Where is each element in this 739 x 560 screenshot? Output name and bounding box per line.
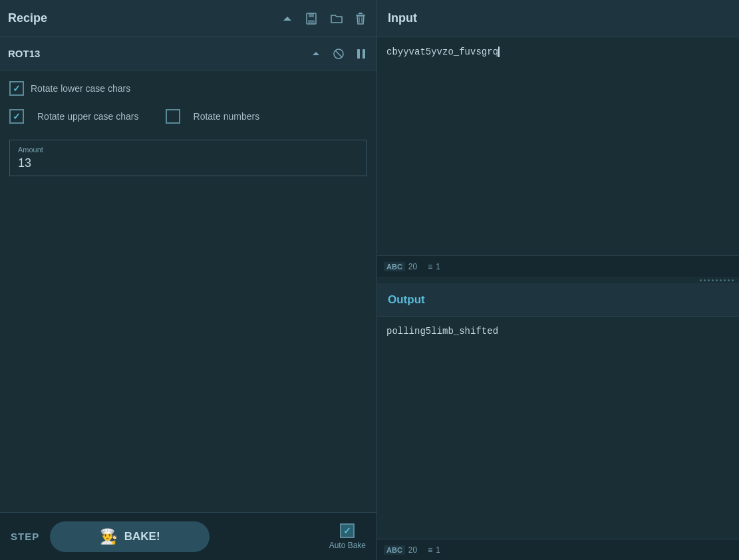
amount-label: Amount xyxy=(18,146,359,154)
input-title: Input xyxy=(388,11,417,25)
output-lines-badge: ≡ 1 xyxy=(428,545,440,555)
svg-rect-10 xyxy=(363,49,365,59)
output-section: Output polling5limb_shifted ABC 20 ≡ 1 xyxy=(377,283,739,560)
bake-button[interactable]: 👨‍🍳 BAKE! xyxy=(50,521,210,552)
input-lines-badge: ≡ 1 xyxy=(428,262,440,271)
recipe-header-icons xyxy=(279,9,369,28)
resize-dot xyxy=(732,279,734,281)
resize-dot xyxy=(728,279,730,281)
input-lines-count: 1 xyxy=(436,262,440,271)
output-text: polling5limb_shifted xyxy=(386,326,498,337)
input-text: cbyyvat5yvzo_fuvsgrq xyxy=(386,47,498,57)
input-lines-icon: ≡ xyxy=(428,262,432,271)
io-panels: Input cbyyvat5yvzo_fuvsgrq ABC 20 ≡ 1 xyxy=(377,0,739,560)
svg-rect-1 xyxy=(309,13,314,17)
rot13-title: ROT13 xyxy=(8,48,309,59)
resize-dot xyxy=(708,279,710,281)
resize-dots xyxy=(700,279,734,281)
rotate-lower-row: Rotate lower case chars xyxy=(9,81,367,96)
cursor xyxy=(498,47,505,57)
output-header: Output xyxy=(377,283,739,317)
input-abc-badge: ABC 20 xyxy=(384,262,417,271)
output-abc: ABC xyxy=(384,545,405,555)
collapse-recipe-button[interactable] xyxy=(279,11,295,27)
amount-field[interactable]: Amount 13 xyxy=(9,140,367,176)
amount-value: 13 xyxy=(18,156,359,170)
auto-bake-toggle[interactable]: Auto Bake xyxy=(329,523,366,550)
recipe-header: Recipe xyxy=(0,0,376,37)
input-header: Input xyxy=(377,0,739,37)
recipe-title: Recipe xyxy=(8,11,279,25)
output-lines-count: 1 xyxy=(436,545,440,555)
svg-rect-9 xyxy=(357,49,360,59)
output-char-count: 20 xyxy=(408,545,417,555)
resize-dot xyxy=(704,279,706,281)
input-status-bar: ABC 20 ≡ 1 xyxy=(377,255,739,277)
rotate-upper-numbers-row: Rotate upper case chars Rotate numbers xyxy=(9,109,367,124)
recipe-content: Rotate lower case chars Rotate upper cas… xyxy=(0,70,376,512)
resize-handle[interactable] xyxy=(377,277,739,283)
resize-dot xyxy=(720,279,722,281)
resize-dot xyxy=(712,279,714,281)
input-section: Input cbyyvat5yvzo_fuvsgrq ABC 20 ≡ 1 xyxy=(377,0,739,277)
resize-dot xyxy=(700,279,702,281)
rotate-lower-checkbox[interactable] xyxy=(9,81,24,96)
output-lines-icon: ≡ xyxy=(428,545,432,555)
bottom-toolbar: STEP 👨‍🍳 BAKE! Auto Bake xyxy=(0,512,376,560)
input-char-count: 20 xyxy=(408,262,417,271)
rotate-lower-label: Rotate lower case chars xyxy=(31,83,130,94)
output-title: Output xyxy=(388,293,425,307)
rotate-numbers-checkbox[interactable] xyxy=(166,109,180,124)
left-panel: Recipe xyxy=(0,0,377,560)
rotate-upper-label: Rotate upper case chars xyxy=(37,111,139,122)
auto-bake-label: Auto Bake xyxy=(329,541,366,550)
chef-icon: 👨‍🍳 xyxy=(100,528,118,545)
output-abc-badge: ABC 20 xyxy=(384,545,417,555)
output-area: polling5limb_shifted xyxy=(377,317,739,539)
input-area[interactable]: cbyyvat5yvzo_fuvsgrq xyxy=(377,37,739,255)
resize-dot xyxy=(724,279,726,281)
step-button[interactable]: STEP xyxy=(11,531,39,542)
open-folder-button[interactable] xyxy=(327,11,346,27)
save-recipe-button[interactable] xyxy=(302,9,321,28)
delete-recipe-button[interactable] xyxy=(353,9,369,28)
collapse-rot13-button[interactable] xyxy=(309,47,323,61)
rotate-numbers-label: Rotate numbers xyxy=(194,111,260,122)
rot13-header: ROT13 xyxy=(0,37,376,70)
pause-rot13-button[interactable] xyxy=(354,45,369,63)
resize-dot xyxy=(716,279,718,281)
input-abc: ABC xyxy=(384,262,405,271)
bake-label: BAKE! xyxy=(124,530,160,543)
auto-bake-checkbox[interactable] xyxy=(340,523,355,538)
output-status-bar: ABC 20 ≡ 1 xyxy=(377,539,739,560)
rot13-icons xyxy=(309,45,369,63)
svg-line-8 xyxy=(335,51,342,57)
rotate-upper-checkbox[interactable] xyxy=(9,109,24,124)
disable-rot13-button[interactable] xyxy=(330,45,347,63)
svg-rect-4 xyxy=(359,13,363,14)
svg-rect-2 xyxy=(308,20,315,23)
right-panel: Input cbyyvat5yvzo_fuvsgrq ABC 20 ≡ 1 xyxy=(377,0,739,560)
